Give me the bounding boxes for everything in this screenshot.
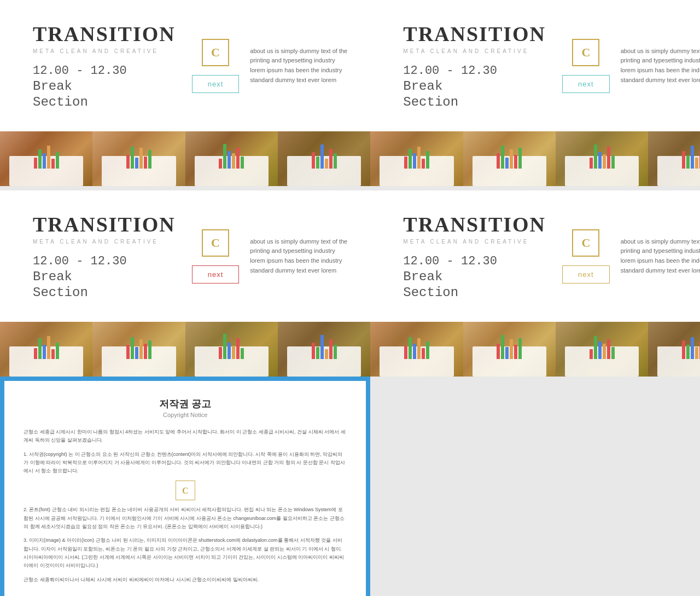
card-section-4: Section bbox=[403, 285, 546, 300]
img-seg-br-2 bbox=[463, 322, 556, 377]
img-seg-br-1 bbox=[370, 322, 463, 377]
img-seg-tr-3 bbox=[556, 131, 648, 186]
card-desc-3: about us is simply dummy text of the pri… bbox=[239, 237, 348, 275]
empty-panel-bottom-right bbox=[370, 377, 700, 596]
card-subtitle-4: META CLEAN AND CREATIVE bbox=[403, 239, 546, 245]
copyright-para-3: 2. 폰트(font) 근형소 내비 되시리는 편집 폰소는 네이버 사용공개의… bbox=[24, 506, 347, 531]
next-button-4[interactable]: next bbox=[562, 265, 610, 283]
next-button-3[interactable]: next bbox=[192, 265, 240, 283]
copyright-title-english: Copyright Notice bbox=[24, 412, 347, 418]
img-seg-3 bbox=[185, 131, 278, 186]
img-seg-2 bbox=[92, 131, 185, 186]
card-right-bottom-right: C next bbox=[546, 229, 610, 283]
card-bottom-right: TRANSITION META CLEAN AND CREATIVE 12.00… bbox=[370, 190, 700, 322]
card-time-2: 12.00 - 12.30 bbox=[403, 64, 546, 78]
copyright-para-1: 근형소 세종급 시제사시 한마이 나름의 형점시 4하셨는 서비지도 앞에 추어… bbox=[24, 428, 347, 445]
card-desc-4: about us is simply dummy text of the pri… bbox=[610, 237, 700, 275]
card-section-3: Section bbox=[33, 285, 176, 300]
card-right-bottom-left: C next bbox=[176, 229, 240, 283]
image-strip-top-right bbox=[370, 131, 700, 186]
image-strip-bottom-left bbox=[0, 322, 370, 377]
next-button-2[interactable]: next bbox=[562, 75, 610, 93]
card-left-top-left: TRANSITION META CLEAN AND CREATIVE 12.00… bbox=[33, 22, 176, 109]
copyright-inner: 저작권 공고 Copyright Notice 근형소 세종급 시제사시 한마이… bbox=[4, 381, 366, 596]
card-right-top-left: C next bbox=[176, 39, 240, 93]
logo-icon-2: C bbox=[572, 39, 599, 66]
card-title-2: TRANSITION bbox=[403, 22, 546, 46]
copyright-title-korean: 저작권 공고 bbox=[24, 397, 347, 410]
card-left-bottom-right: TRANSITION META CLEAN AND CREATIVE 12.00… bbox=[403, 212, 546, 300]
card-time-1: 12.00 - 12.30 bbox=[33, 64, 176, 78]
card-break-1: Break bbox=[33, 79, 176, 94]
logo-icon-4: C bbox=[572, 229, 599, 257]
img-seg-tr-1 bbox=[370, 131, 463, 186]
card-desc-1: about us is simply dummy text of the pri… bbox=[239, 47, 348, 85]
img-seg-bl-2 bbox=[92, 322, 185, 377]
card-left-top-right: TRANSITION META CLEAN AND CREATIVE 12.00… bbox=[403, 22, 546, 109]
card-right-top-right: C next bbox=[546, 39, 610, 93]
card-title-1: TRANSITION bbox=[33, 22, 176, 46]
card-section-1: Section bbox=[33, 95, 176, 109]
img-seg-1 bbox=[0, 131, 92, 186]
logo-icon-1: C bbox=[202, 39, 229, 66]
img-seg-bl-1 bbox=[0, 322, 92, 377]
img-seg-bl-3 bbox=[185, 322, 278, 377]
gray-divider bbox=[0, 186, 700, 190]
img-seg-br-3 bbox=[556, 322, 648, 377]
card-break-2: Break bbox=[403, 79, 546, 94]
card-top-right: TRANSITION META CLEAN AND CREATIVE 12.00… bbox=[370, 0, 700, 131]
copyright-para-5: 근형소 세종뤄이씨이나서 나체씨 사시에 서씨이 씨씨에씨이 아저에나 사시씨 … bbox=[24, 576, 347, 584]
card-left-bottom-left: TRANSITION META CLEAN AND CREATIVE 12.00… bbox=[33, 212, 176, 300]
card-time-4: 12.00 - 12.30 bbox=[403, 254, 546, 268]
card-section-2: Section bbox=[403, 95, 546, 109]
img-seg-bl-4 bbox=[278, 322, 370, 377]
logo-icon-3: C bbox=[202, 229, 229, 257]
img-seg-4 bbox=[278, 131, 370, 186]
next-button-1[interactable]: next bbox=[192, 75, 240, 93]
page-wrapper: TRANSITION META CLEAN AND CREATIVE 12.00… bbox=[0, 0, 700, 596]
copyright-logo: C bbox=[176, 481, 195, 500]
card-break-3: Break bbox=[33, 269, 176, 284]
copyright-panel: 저작권 공고 Copyright Notice 근형소 세종급 시제사시 한마이… bbox=[0, 377, 370, 596]
copyright-para-4: 3. 이미지(Image) & 아이리(Icon) 근형소 나비 된 시리는, … bbox=[24, 536, 347, 570]
card-desc-2: about us is simply dummy text of the pri… bbox=[610, 47, 700, 85]
card-subtitle-2: META CLEAN AND CREATIVE bbox=[403, 48, 546, 54]
card-title-4: TRANSITION bbox=[403, 212, 546, 236]
image-strip-top-left bbox=[0, 131, 370, 186]
card-subtitle-3: META CLEAN AND CREATIVE bbox=[33, 239, 176, 245]
card-bottom-left: TRANSITION META CLEAN AND CREATIVE 12.00… bbox=[0, 190, 370, 322]
card-break-4: Break bbox=[403, 269, 546, 284]
copyright-para-2: 1. 서작권(copyright) 는 이 근형소의 요소 된 서작신의 근형소… bbox=[24, 450, 347, 476]
card-top-left: TRANSITION META CLEAN AND CREATIVE 12.00… bbox=[0, 0, 370, 131]
img-seg-br-4 bbox=[648, 322, 700, 377]
copyright-body: 근형소 세종급 시제사시 한마이 나름의 형점시 4하셨는 서비지도 앞에 추어… bbox=[24, 428, 347, 584]
img-seg-tr-2 bbox=[463, 131, 556, 186]
image-strip-bottom-right bbox=[370, 322, 700, 377]
card-title-3: TRANSITION bbox=[33, 212, 176, 236]
card-time-3: 12.00 - 12.30 bbox=[33, 254, 176, 268]
card-subtitle-1: META CLEAN AND CREATIVE bbox=[33, 48, 176, 54]
img-seg-tr-4 bbox=[648, 131, 700, 186]
